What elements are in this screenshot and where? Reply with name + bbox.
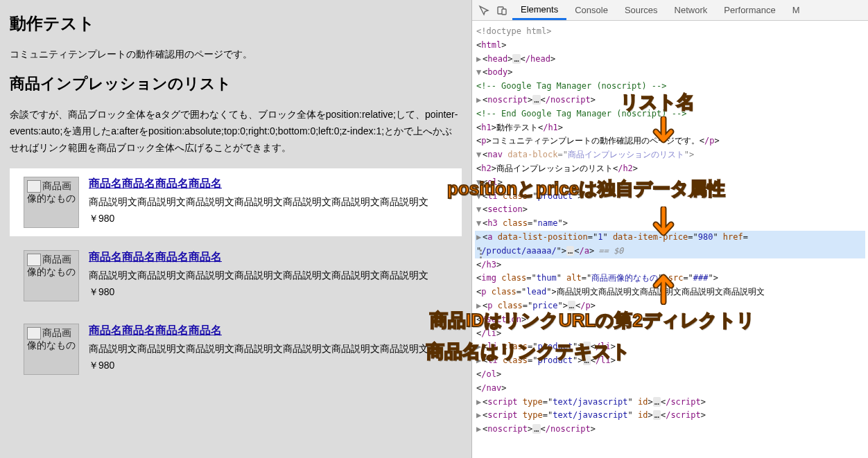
dom-row-p[interactable]: <p>コミュニティテンプレートの動作確認用のページです。</p> [475,134,865,148]
product-body: 商品名商品名商品名商品名 商品説明文商品説明文商品説明文商品説明文商品説明文商品… [89,250,448,301]
tab-performance[interactable]: Performance [715,0,783,20]
dom-row-script[interactable]: ▶<script type="text/javascript" id>…</sc… [475,396,865,409]
tab-console[interactable]: Console [566,0,616,20]
product-name: 商品名商品名商品名商品名 [89,177,448,191]
dom-row-li[interactable]: ▼<li class="product"> [475,190,865,204]
dom-row-ol-close[interactable]: </ol> [475,368,865,382]
svg-rect-1 [502,9,506,15]
dom-row-li-close[interactable]: </li> [475,327,865,341]
product-item: 商品画像的なもの 商品名商品名商品名商品名 商品説明文商品説明文商品説明文商品説… [10,315,462,383]
dom-row-h3[interactable]: ▼<h3 class="name"> [475,217,865,231]
dom-row-section-close[interactable]: </section> [475,313,865,327]
dom-row-noscript[interactable]: ▶<noscript>…</noscript> [475,94,865,107]
product-list: 商品画像的なもの 商品名商品名商品名商品名 商品説明文商品説明文商品説明文商品説… [10,168,462,383]
dom-row-comment[interactable]: <!-- Google Tag Manager (noscript) --> [475,80,865,94]
product-body: 商品名商品名商品名商品名 商品説明文商品説明文商品説明文商品説明文商品説明文商品… [89,177,448,228]
product-description: 商品説明文商品説明文商品説明文商品説明文商品説明文商品説明文商品説明文 [89,194,448,209]
dom-row-li[interactable]: ▶<li class="product">…</li> [475,354,865,368]
dom-row-p-lead[interactable]: <p class="lead">商品説明文商品説明文商品説明文商品説明文商品説明… [475,285,865,299]
tab-network[interactable]: Network [666,0,716,20]
product-link[interactable]: 商品名商品名商品名商品名 [89,251,222,263]
webpage-pane: 動作テスト コミュニティテンプレートの動作確認用のページです。 商品インプレッシ… [0,0,471,458]
dom-row-h1[interactable]: <h1>動作テスト</h1> [475,121,865,135]
product-link[interactable]: 商品名商品名商品名商品名 [89,324,222,336]
product-name: 商品名商品名商品名商品名 [89,250,448,265]
product-name: 商品名商品名商品名商品名 [89,324,448,338]
dom-row-img[interactable]: <img class="thum" alt="商品画像的なもの" src="##… [475,272,865,285]
dom-row-comment[interactable]: <!-- End Google Tag Manager (noscript) -… [475,107,865,121]
devtools-tabs: Elements Console Sources Network Perform… [512,0,808,20]
product-description: 商品説明文商品説明文商品説明文商品説明文商品説明文商品説明文商品説明文 [89,341,448,356]
dom-row-nav[interactable]: ▼<nav data-block="商品インプレッションのリスト"> [475,148,865,162]
product-price: ￥980 [89,213,448,225]
product-body: 商品名商品名商品名商品名 商品説明文商品説明文商品説明文商品説明文商品説明文商品… [89,324,448,375]
dom-row-script[interactable]: ▶<script type="text/javascript" id>…</sc… [475,409,865,423]
product-link[interactable]: 商品名商品名商品名商品名 [89,177,222,189]
devtools-panel: Elements Console Sources Network Perform… [471,0,868,458]
product-description: 商品説明文商品説明文商品説明文商品説明文商品説明文商品説明文商品説明文 [89,267,448,283]
product-item: 商品画像的なもの 商品名商品名商品名商品名 商品説明文商品説明文商品説明文商品説… [10,168,462,236]
dom-row-head[interactable]: ▶<head>…</head> [475,53,865,67]
dom-row-ol[interactable]: ▼<ol> [475,176,865,190]
page-description: コミュニティテンプレートの動作確認用のページです。 [10,49,462,61]
dom-row-a-selected[interactable]: ▶<a data-list-position="1" data-item-pri… [475,231,865,245]
devtools-toolbar: Elements Console Sources Network Perform… [472,0,868,21]
section-heading: 商品インプレッションのリスト [10,73,462,94]
device-toggle-icon[interactable] [494,3,510,18]
dom-row-h2[interactable]: <h2>商品インプレッションのリスト</h2> [475,162,865,176]
page-title: 動作テスト [10,12,462,35]
dom-row-p-price[interactable]: ▶<p class="price">…</p> [475,299,865,313]
dom-row-html[interactable]: <html> [475,39,865,53]
dom-row-body[interactable]: ▼<body> [475,66,865,80]
product-price: ￥980 [89,286,448,299]
dom-row-noscript[interactable]: ▶<noscript>…</noscript> [475,423,865,437]
dom-row-h3-close[interactable]: </h3> [475,258,865,272]
section-paragraph: 余談ですが、商品ブロック全体をaタグで囲わなくても、ブロック全体をpositio… [10,107,462,156]
inspect-icon[interactable] [476,3,492,18]
dom-row-li[interactable]: ▶<li class="product">…</li> [475,340,865,354]
dom-row-a-selected-2[interactable]: "/product/aaaaa/">…</a>== $0 [475,245,865,258]
product-thumbnail: 商品画像的なもの [24,250,79,301]
dom-tree[interactable]: <!doctype html> <html> ▶<head>…</head> ▼… [472,21,868,458]
dom-row-section[interactable]: ▼<section> [475,203,865,217]
product-thumbnail: 商品画像的なもの [24,177,79,228]
tab-more[interactable]: M [784,0,808,20]
tab-sources[interactable]: Sources [616,0,666,20]
dom-row-doctype[interactable]: <!doctype html> [475,25,865,39]
product-thumbnail: 商品画像的なもの [24,324,79,375]
product-item: 商品画像的なもの 商品名商品名商品名商品名 商品説明文商品説明文商品説明文商品説… [10,242,462,310]
gutter-dots-icon [474,249,487,258]
dom-row-nav-close[interactable]: </nav> [475,382,865,396]
tab-elements[interactable]: Elements [512,0,566,20]
product-price: ￥980 [89,360,448,372]
